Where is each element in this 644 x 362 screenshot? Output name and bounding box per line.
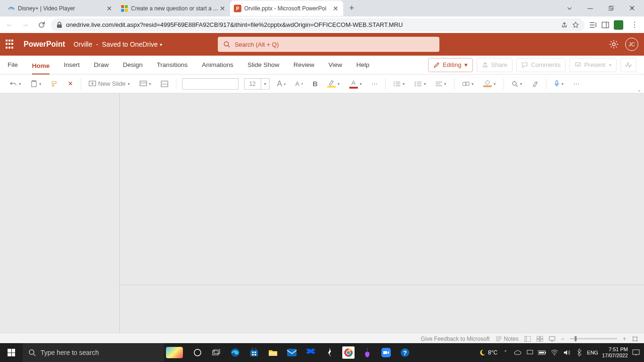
profile-avatar[interactable] [614, 20, 623, 30]
cortana-icon[interactable] [191, 346, 204, 359]
zoom-icon[interactable] [380, 346, 392, 359]
new-tab-button[interactable]: + [345, 2, 358, 15]
explorer-icon[interactable] [267, 346, 279, 359]
tab-animations[interactable]: Animations [202, 59, 233, 70]
close-button[interactable]: ✕ [625, 2, 638, 15]
document-title[interactable]: Orville - Saved to OneDrive ▾ [74, 41, 162, 48]
browser-tab[interactable]: Disney+ | Video Player ✕ [4, 0, 117, 16]
tab-home[interactable]: Home [32, 60, 50, 74]
forward-button[interactable]: → [19, 18, 32, 32]
highlight-button[interactable]: ▾ [325, 77, 342, 91]
font-size-input[interactable]: 12 [244, 78, 261, 90]
tray-icon[interactable] [526, 348, 534, 357]
layout-button[interactable]: ▾ [138, 77, 153, 91]
back-button[interactable]: ← [3, 18, 16, 32]
more-font-button[interactable]: ⋯ [370, 77, 380, 91]
editing-mode-button[interactable]: Editing ▾ [428, 58, 473, 72]
normal-view-icon[interactable] [524, 336, 531, 342]
comments-button[interactable]: Comments [516, 58, 566, 72]
picture-button[interactable] [159, 77, 170, 91]
shapes-button[interactable]: ▾ [460, 77, 476, 91]
shrink-font-button[interactable]: A▾ [293, 77, 305, 91]
address-bar[interactable]: onedrive.live.com/edit.aspx?resid=4995F6… [51, 18, 585, 32]
wifi-icon[interactable] [550, 348, 559, 357]
slideshow-view-icon[interactable] [549, 336, 555, 342]
present-button[interactable]: Present ▾ [570, 58, 617, 72]
browser-tab[interactable]: Create a new question or start a ... ✕ [117, 0, 230, 16]
tab-help[interactable]: Help [356, 59, 370, 70]
format-painter-button[interactable] [49, 77, 60, 91]
zoom-out-button[interactable]: − [561, 336, 564, 342]
taskbar-search[interactable]: Type here to search [23, 343, 164, 362]
reading-list-icon[interactable] [589, 22, 597, 28]
bluetooth-icon[interactable] [575, 348, 583, 357]
fit-to-window-button[interactable] [632, 336, 638, 342]
designer-button[interactable] [530, 77, 540, 91]
close-icon[interactable]: ✕ [219, 5, 226, 12]
reload-button[interactable] [35, 18, 48, 32]
numbering-button[interactable]: 123▾ [413, 77, 428, 91]
font-name-input[interactable] [182, 78, 239, 90]
bold-button[interactable]: B [311, 77, 320, 91]
maximize-button[interactable] [604, 2, 618, 15]
tab-design[interactable]: Design [123, 59, 143, 70]
task-view-icon[interactable] [210, 346, 223, 359]
mail-icon[interactable] [286, 346, 298, 359]
tab-transitions[interactable]: Transitions [157, 59, 188, 70]
font-size-dropdown[interactable]: ▾ [261, 78, 270, 90]
grow-font-button[interactable]: A▴ [275, 77, 288, 91]
zoom-slider[interactable] [570, 338, 617, 339]
browser-tab-active[interactable]: P Orville.pptx - Microsoft PowerPoi ✕ [230, 0, 343, 16]
dropbox-icon[interactable] [305, 346, 317, 359]
tab-insert[interactable]: Insert [64, 59, 80, 70]
tab-view[interactable]: View [329, 59, 342, 70]
more-commands-button[interactable]: ⋯ [571, 77, 581, 91]
battery-icon[interactable] [538, 348, 546, 357]
feedback-link[interactable]: Give Feedback to Microsoft [421, 336, 490, 342]
paste-button[interactable]: ▾ [29, 77, 43, 91]
chrome-icon[interactable] [342, 346, 355, 359]
slide-canvas[interactable] [120, 93, 644, 285]
clock[interactable]: 7:51 PM 17/07/2022 [602, 346, 628, 359]
edge-icon[interactable] [229, 346, 241, 359]
start-button[interactable] [0, 343, 23, 362]
undo-button[interactable]: ▾ [8, 77, 23, 91]
show-hidden-icon[interactable]: ˄ [501, 348, 510, 357]
notes-toggle[interactable]: Notes [495, 336, 519, 342]
share-button[interactable]: Share [477, 58, 513, 72]
notifications-icon[interactable] [632, 348, 640, 357]
side-panel-icon[interactable] [602, 22, 609, 28]
user-avatar[interactable]: JC [625, 38, 638, 51]
align-button[interactable]: ▾ [434, 77, 448, 91]
news-widget-icon[interactable] [164, 345, 185, 360]
find-button[interactable]: ▾ [510, 77, 524, 91]
slide-thumbnail-pane[interactable] [0, 93, 120, 333]
font-color-button[interactable]: A ▾ [347, 77, 364, 91]
new-slide-button[interactable]: New Slide▾ [87, 77, 132, 91]
minimize-button[interactable]: ─ [584, 2, 597, 15]
app-launcher-icon[interactable] [6, 40, 15, 49]
onedrive-tray-icon[interactable] [513, 348, 522, 357]
share-page-icon[interactable] [561, 22, 568, 28]
app-icon-flame[interactable] [361, 346, 373, 359]
delete-button[interactable]: ✕ [66, 77, 75, 91]
collapse-ribbon-icon[interactable]: ⌄ [637, 87, 641, 92]
dictate-button[interactable]: ▾ [552, 77, 566, 91]
volume-icon[interactable] [562, 348, 571, 357]
notes-pane[interactable] [120, 285, 644, 333]
weather-widget[interactable]: 8°C [479, 349, 497, 356]
search-input[interactable]: Search (Alt + Q) [218, 37, 439, 52]
tab-slideshow[interactable]: Slide Show [248, 59, 280, 70]
close-icon[interactable]: ✕ [332, 5, 339, 12]
tab-review[interactable]: Review [293, 59, 314, 70]
bullets-button[interactable]: ▾ [391, 77, 407, 91]
bookmark-icon[interactable] [572, 22, 579, 28]
language-indicator[interactable]: ENG [587, 350, 598, 355]
app-icon[interactable] [323, 346, 336, 359]
close-icon[interactable]: ✕ [106, 5, 113, 12]
slide-sorter-icon[interactable] [537, 336, 543, 342]
shape-fill-button[interactable]: ▾ [481, 77, 498, 91]
chevron-down-icon[interactable] [563, 2, 576, 15]
tab-draw[interactable]: Draw [94, 59, 109, 70]
zoom-in-button[interactable]: + [623, 336, 626, 342]
